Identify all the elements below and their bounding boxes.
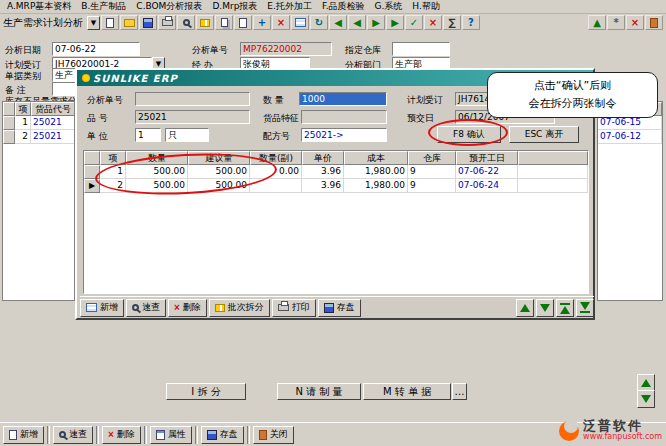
dlg-last-record-button[interactable] bbox=[576, 299, 594, 317]
main-table-right: 07-06-15 07-06-12 bbox=[597, 101, 663, 301]
dlg-unit-name-field[interactable]: 只 bbox=[165, 128, 209, 142]
dlg-unit-label: 单 位 bbox=[87, 130, 108, 143]
insert-row-icon[interactable]: + bbox=[253, 15, 271, 30]
dlg-add-button[interactable]: 新增 bbox=[80, 299, 124, 317]
split-icon bbox=[215, 304, 225, 312]
menu-item-mrp-report[interactable]: D.Mrp报表 bbox=[207, 0, 262, 13]
dlg-unit-field[interactable]: 1 bbox=[135, 128, 161, 142]
grid-row[interactable]: 1 500.00 500.00 0.00 3.96 1,980.00 9 07-… bbox=[84, 165, 588, 179]
save-disk-icon bbox=[324, 303, 334, 313]
dlg-analysis-no-field[interactable] bbox=[135, 92, 250, 106]
menu-item-bom-report[interactable]: C.BOM分析报表 bbox=[131, 0, 207, 13]
properties-icon bbox=[156, 430, 165, 440]
dlg-print-button[interactable]: 打印 bbox=[272, 299, 316, 317]
dlg-batch-split-button[interactable]: 批次拆分 bbox=[209, 299, 270, 317]
row-gutter bbox=[3, 102, 15, 116]
f8-confirm-button[interactable]: F8 确认 bbox=[437, 126, 501, 143]
menu-item-outsourcing[interactable]: E.托外加工 bbox=[262, 0, 317, 13]
prev-record-icon[interactable]: ◀ bbox=[348, 15, 366, 30]
close-icon[interactable]: × bbox=[626, 15, 644, 30]
dlg-prev-record-button[interactable] bbox=[516, 299, 534, 317]
warehouse-field[interactable] bbox=[392, 42, 450, 56]
dlg-delete-button[interactable]: ×删除 bbox=[168, 299, 207, 317]
delete-icon: × bbox=[174, 303, 180, 313]
dlg-qty-field[interactable]: 1000 bbox=[299, 92, 387, 106]
dlg-qty-label: 数 量 bbox=[263, 94, 284, 107]
dlg-formula-field[interactable]: 25021-> bbox=[301, 128, 387, 142]
new-icon[interactable] bbox=[101, 15, 119, 30]
dlg-analysis-no-label: 分析单号 bbox=[87, 94, 123, 107]
item-code: 25021 bbox=[31, 116, 75, 130]
sun-logo-icon bbox=[82, 74, 90, 82]
cancel-icon[interactable]: × bbox=[424, 15, 442, 30]
analysis-no-field[interactable]: MP76220002 bbox=[240, 42, 332, 56]
table-row[interactable]: 07-06-15 bbox=[598, 116, 662, 130]
request-make-button[interactable]: N 请 制 量 bbox=[277, 383, 361, 400]
open-icon[interactable] bbox=[120, 15, 138, 30]
delete-row-icon[interactable]: × bbox=[272, 15, 290, 30]
grid-icon[interactable] bbox=[291, 15, 309, 30]
table-row[interactable]: 07-06-12 bbox=[598, 130, 662, 144]
separator bbox=[47, 426, 50, 444]
warehouse-label: 指定仓库 bbox=[345, 44, 381, 57]
brand-logo-icon bbox=[559, 421, 579, 441]
first-record-icon[interactable]: ◀ bbox=[329, 15, 347, 30]
next-record-icon[interactable]: ▶ bbox=[367, 15, 385, 30]
add-grid-icon bbox=[86, 303, 97, 312]
start-date: 07-06-12 bbox=[598, 130, 662, 144]
refresh-icon[interactable]: ↻ bbox=[310, 15, 328, 30]
grid-col-qty2: 数量(副) bbox=[250, 151, 302, 165]
table-row[interactable]: 1 25021 bbox=[3, 116, 74, 130]
menu-item-quality[interactable]: F.品质检验 bbox=[317, 0, 370, 13]
save-disk-icon bbox=[207, 430, 217, 440]
settings-icon[interactable]: * bbox=[607, 15, 625, 30]
page-title: 生产需求计划分析 bbox=[3, 16, 83, 30]
menu-item-help[interactable]: H.帮助 bbox=[407, 0, 444, 13]
grid-row[interactable]: ▶ 2 500.00 500.00 3.96 1,980.00 9 07-06-… bbox=[84, 179, 588, 193]
menu-item-system[interactable]: G.系统 bbox=[370, 0, 408, 13]
menu-item-mrp-base[interactable]: A.MRP基本资料 bbox=[2, 0, 76, 13]
properties-button[interactable]: 属性 bbox=[150, 426, 192, 444]
start-date: 07-06-15 bbox=[598, 116, 662, 130]
dialog-toolbar: 新增 速查 ×删除 批次拆分 打印 存盘 bbox=[80, 296, 594, 318]
dlg-quick-search-button[interactable]: 速查 bbox=[126, 299, 166, 317]
grid-col-suggest: 建议量 bbox=[188, 151, 250, 165]
close-button[interactable]: 关闭 bbox=[253, 426, 294, 444]
confirm-icon[interactable]: ✓ bbox=[405, 15, 423, 30]
delete-button[interactable]: ×删除 bbox=[102, 426, 141, 444]
save-icon[interactable] bbox=[139, 15, 157, 30]
dlg-feature-field[interactable] bbox=[301, 110, 387, 124]
last-record-icon[interactable]: ▶ bbox=[386, 15, 404, 30]
dlg-item-no-field[interactable]: 25021 bbox=[135, 110, 250, 124]
esc-leave-button[interactable]: ESC 离开 bbox=[509, 126, 579, 143]
preview-icon[interactable] bbox=[177, 15, 195, 30]
separator bbox=[247, 426, 250, 444]
dlg-next-record-button[interactable] bbox=[536, 299, 554, 317]
quick-search-button[interactable]: 速查 bbox=[53, 426, 93, 444]
exit-door-icon bbox=[259, 430, 267, 440]
grid-col-price: 单价 bbox=[302, 151, 344, 165]
paste-icon[interactable] bbox=[234, 15, 252, 30]
help-icon[interactable]: ? bbox=[462, 15, 480, 30]
grid-col-filler bbox=[518, 151, 588, 165]
transfer-doc-button[interactable]: M 转 单 据 bbox=[363, 383, 451, 400]
main-next-record-button[interactable] bbox=[637, 390, 655, 408]
sum-icon[interactable]: ∑ bbox=[443, 15, 461, 30]
title-dropdown-icon[interactable]: ▼ bbox=[87, 16, 100, 30]
menu-item-production[interactable]: B.生产制品 bbox=[76, 0, 131, 13]
export-icon[interactable]: ▲ bbox=[588, 15, 606, 30]
dlg-save-button[interactable]: 存盘 bbox=[318, 299, 361, 317]
table-row[interactable]: 2 25021 bbox=[3, 130, 74, 144]
add-button[interactable]: 新增 bbox=[3, 426, 44, 444]
exit-icon[interactable] bbox=[645, 15, 663, 30]
print-icon[interactable] bbox=[158, 15, 176, 30]
analysis-date-field[interactable]: 07-06-22 bbox=[52, 42, 140, 56]
more-button[interactable]: … bbox=[452, 383, 467, 400]
grid-header-row: 项 数量 建议量 数量(副) 单价 成本 仓库 预开工日 bbox=[84, 151, 588, 165]
save-button[interactable]: 存盘 bbox=[201, 426, 244, 444]
copy-icon[interactable] bbox=[215, 15, 233, 30]
brand-logo: 泛普软件 www.fanpusoft.com bbox=[559, 419, 662, 442]
cut-icon[interactable] bbox=[196, 15, 214, 30]
split-button[interactable]: I 拆 分 bbox=[166, 383, 246, 400]
dlg-first-record-button[interactable] bbox=[556, 299, 574, 317]
